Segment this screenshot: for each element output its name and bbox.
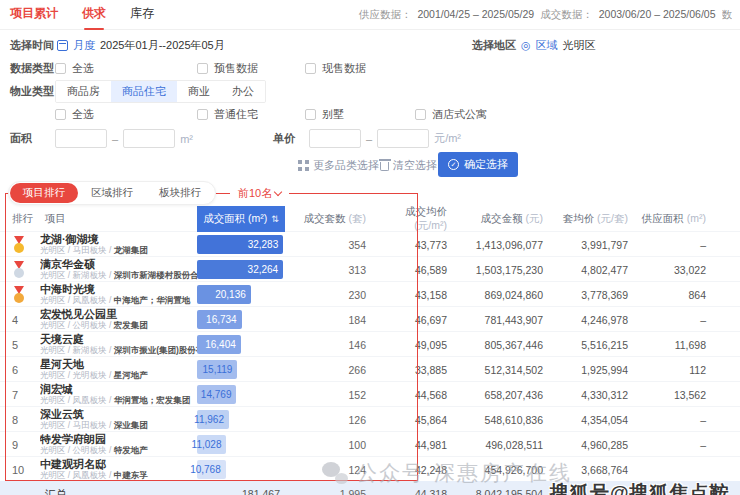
checkbox-normal-residence[interactable]: 普通住宅 [197,107,258,122]
supply-area-cell: – [640,239,740,251]
ranking-table: 排行 项目 成交面积 (m²) ⇅ 成交套数 (套) 成交均价 (元/m²) 成… [0,205,740,495]
rank-tabs-row: 项目排行 区域排行 板块排行 前10名 [0,181,740,205]
checkbox-select-all[interactable]: 全选 [55,61,94,76]
area-min-input[interactable] [55,129,107,148]
grid-icon [298,160,309,171]
time-mode-select[interactable]: 月度 [73,38,95,53]
checkbox-icon[interactable] [197,63,208,74]
checkbox-icon[interactable] [197,109,208,120]
checkbox-current-sale-data[interactable]: 现售数据 [305,61,366,76]
deal-area-bar-cell: 15,119 [197,357,285,382]
checkbox-icon[interactable] [415,109,426,120]
project-name: 宏发悦见公园里 [40,308,197,321]
rank-cell: 4 [0,314,40,326]
deal-area-bar-cell: 11,962 [197,407,285,432]
avg-price-cell: 49,095 [378,339,455,351]
table-row[interactable]: 满京华金硕 光明区 / 新湖板块 / 深圳市新湖楼村股份合作公司；... 32,… [0,256,740,281]
per-unit-price-cell: 1,925,994 [555,364,640,376]
deal-units-cell: 152 [285,389,378,401]
region-filter-label: 选择地区 [472,38,516,53]
checkbox-serviced-apartment[interactable]: 酒店式公寓 [415,107,487,122]
table-row[interactable]: 4 宏发悦见公园里 光明区 / 公明板块 / 宏发集团 16,734 184 4… [0,306,740,331]
time-range-value[interactable]: 2025年01月--2025年05月 [100,38,225,53]
rank-number: 10 [12,464,24,476]
avg-price-cell: 46,697 [378,314,455,326]
area-unit-label: m² [180,133,193,145]
segment-commodity-housing[interactable]: 商品房 [56,81,111,102]
project-subtitle: 光明区 / 新湖板块 / 深圳市振业(集团)股份有限公司 [40,346,197,356]
sort-icon[interactable]: ⇅ [271,215,279,224]
table-row[interactable]: 8 深业云筑 光明区 / 马田板块 / 深业集团 11,962 126 45,8… [0,406,740,431]
table-row[interactable]: 7 润宏城 光明区 / 凤凰板块 / 华润置地；宏发集团 14,769 152 … [0,381,740,406]
supply-area-cell: – [640,439,740,451]
tab-supply-demand[interactable]: 供求 [82,0,106,30]
project-cell: 润宏城 光明区 / 凤凰板块 / 华润置地；宏发集团 [40,383,197,405]
checkbox-icon[interactable] [305,109,316,120]
avg-price-cell: 46,589 [378,264,455,276]
area-max-input[interactable] [123,129,175,148]
table-row[interactable]: 9 特发学府朗园 光明区 / 公明板块 / 特发地产 11,028 100 44… [0,431,740,456]
clear-selection-button[interactable]: 清空选择 [380,158,437,173]
price-unit-label: 元/m² [434,131,461,146]
supply-area-cell: 11,698 [640,339,740,351]
tab-project-ranking[interactable]: 项目排行 [10,183,78,203]
supply-area-cell: – [640,314,740,326]
project-cell: 中海时光境 光明区 / 凤凰板块 / 中海地产；华润置地 [40,283,197,305]
tab-block-ranking[interactable]: 板块排行 [146,183,214,203]
project-cell: 特发学府朗园 光明区 / 公明板块 / 特发地产 [40,433,197,455]
deal-area-bar-cell: 10,768 [197,457,285,482]
tab-region-ranking[interactable]: 区域排行 [78,183,146,203]
checkbox-presale-data[interactable]: 预售数据 [197,61,258,76]
header-deal-units: 成交套数 (套) [285,212,378,226]
price-max-input[interactable] [377,129,429,148]
project-subtitle: 光明区 / 凤凰板块 / 中海地产；华润置地 [40,296,197,306]
deal-area-bar: 20,136 [197,285,251,304]
deal-amount-cell: 454,926,700 [455,464,555,476]
tab-project-total[interactable]: 项目累计 [10,0,58,30]
deal-units-cell: 146 [285,339,378,351]
avg-price-cell: 42,248 [378,464,455,476]
table-row[interactable]: 10 中建观玥名邸 光明区 / 凤凰板块 / 中建东孚 10,768 124 4… [0,456,740,481]
table-row[interactable]: 中海时光境 光明区 / 凤凰板块 / 中海地产；华润置地 20,136 230 … [0,281,740,306]
project-subtitle: 光明区 / 凤凰板块 / 华润置地；宏发集团 [40,396,197,406]
deal-area-bar-cell: 20,136 [197,282,285,307]
deal-amount-cell: 512,314,502 [455,364,555,376]
segment-commodity-residence[interactable]: 商品住宅 [111,81,177,102]
deal-amount-cell: 805,367,446 [455,339,555,351]
region-type-link[interactable]: 区域 [536,38,558,53]
tab-inventory[interactable]: 库存 [130,0,154,30]
table-row[interactable]: 龙湖·御湖境 光明区 / 马田板块 / 龙湖集团 32,283 354 43,7… [0,231,740,256]
header-deal-area-sort[interactable]: 成交面积 (m²) ⇅ [197,206,285,232]
segment-commercial[interactable]: 商业 [177,81,221,102]
checkbox-villa[interactable]: 别墅 [305,107,344,122]
more-categories-button[interactable]: 更多品类选择 [298,158,379,173]
checkbox-icon[interactable] [55,109,66,120]
supply-data-label: 供应数据： [359,8,412,22]
region-value[interactable]: 光明区 [563,38,596,53]
location-icon: ◎ [521,39,531,52]
supply-area-cell: 13,562 [640,389,740,401]
area-filter-label: 面积 [10,131,32,146]
avg-price-cell: 33,885 [378,364,455,376]
per-unit-price-cell: 4,246,978 [555,314,640,326]
confirm-selection-button[interactable]: ✓ 确定选择 [438,152,518,177]
deal-amount-cell: 869,024,860 [455,289,555,301]
segment-office[interactable]: 办公 [221,81,265,102]
rank-number: 8 [12,414,18,426]
rank-number: 7 [12,389,18,401]
deal-area-bar: 11,028 [197,435,226,454]
rank-number: 9 [12,439,18,451]
top-n-dropdown[interactable]: 前10名 [230,184,289,203]
checkbox-icon[interactable] [305,63,316,74]
price-filter-label: 单价 [273,131,295,146]
table-row[interactable]: 6 星河天地 光明区 / 光明板块 / 星河地产 15,119 266 33,8… [0,356,740,381]
supply-area-cell: 33,022 [640,264,740,276]
deal-area-bar-cell: 11,028 [197,432,285,457]
price-min-input[interactable] [309,129,361,148]
avg-price-cell: 44,981 [378,439,455,451]
deal-amount-cell: 496,028,511 [455,439,555,451]
checkbox-icon[interactable] [55,63,66,74]
deal-area-bar: 16,404 [197,335,241,354]
checkbox-subtype-all[interactable]: 全选 [55,107,94,122]
table-row[interactable]: 5 天境云庭 光明区 / 新湖板块 / 深圳市振业(集团)股份有限公司 16,4… [0,331,740,356]
